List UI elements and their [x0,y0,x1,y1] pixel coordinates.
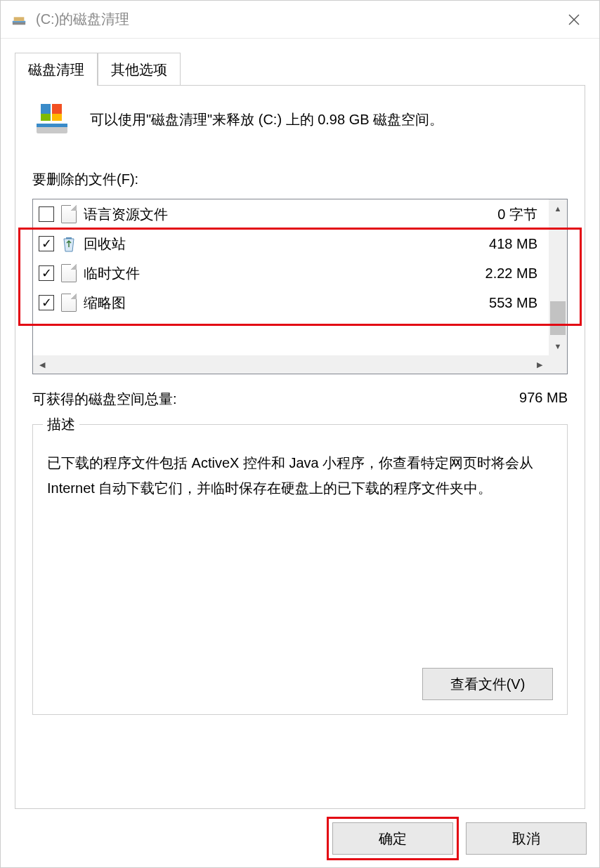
checkbox[interactable] [39,265,54,281]
scroll-track[interactable] [51,355,530,374]
svg-rect-2 [14,17,25,20]
tab-cleanup[interactable]: 磁盘清理 [15,53,98,85]
checkbox[interactable] [39,206,54,222]
checkbox[interactable] [39,236,54,251]
description-text: 已下载的程序文件包括 ActiveX 控件和 Java 小程序，你查看特定网页时… [47,450,553,501]
view-files-button[interactable]: 查看文件(V) [422,668,553,700]
file-row[interactable]: 缩略图 553 MB [33,288,549,317]
recycle-bin-icon [61,235,77,253]
file-list-inner: 语言资源文件 0 字节 [33,199,549,355]
file-size: 418 MB [489,236,537,252]
horizontal-scrollbar[interactable]: ◀ ▶ [33,355,549,374]
file-size: 2.22 MB [485,265,537,282]
file-name: 回收站 [84,235,489,254]
scroll-thumb[interactable] [550,301,566,335]
scroll-right-arrow-icon[interactable]: ▶ [530,355,549,374]
intro-row: 可以使用"磁盘清理"来释放 (C:) 上的 0.98 GB 磁盘空间。 [32,100,568,139]
file-size: 0 字节 [497,205,537,224]
scroll-up-arrow-icon[interactable]: ▲ [549,199,567,218]
dialog-window: (C:)的磁盘清理 磁盘清理 其他选项 [0,0,600,868]
intro-text: 可以使用"磁盘清理"来释放 (C:) 上的 0.98 GB 磁盘空间。 [90,109,443,130]
file-size: 553 MB [489,295,537,311]
file-row[interactable]: 临时文件 2.22 MB [33,258,549,288]
svg-rect-6 [37,124,67,127]
description-group: 描述 已下载的程序文件包括 ActiveX 控件和 Java 小程序，你查看特定… [32,424,568,715]
titlebar: (C:)的磁盘清理 [1,1,599,39]
svg-rect-1 [13,20,25,22]
file-icon [61,264,77,282]
file-row[interactable]: 回收站 418 MB [33,229,549,258]
vertical-scrollbar[interactable]: ▲ ▼ [549,199,567,355]
files-label: 要删除的文件(F): [32,170,568,189]
file-row[interactable]: 语言资源文件 0 字节 [33,199,549,229]
svg-rect-9 [41,114,51,121]
svg-rect-7 [41,104,51,114]
total-row: 可获得的磁盘空间总量: 976 MB [32,390,568,409]
svg-rect-10 [52,114,62,121]
file-name: 语言资源文件 [84,205,497,224]
dialog-content: 磁盘清理 其他选项 可以使用"磁盘清理"来释放 (C:) 上的 0.98 GB … [1,39,599,867]
cancel-button[interactable]: 取消 [466,822,587,855]
file-name: 缩略图 [84,294,489,313]
ok-button[interactable]: 确定 [332,822,453,855]
tab-panel-cleanup: 可以使用"磁盘清理"来释放 (C:) 上的 0.98 GB 磁盘空间。 要删除的… [15,86,585,809]
scroll-corner [549,355,567,374]
file-name: 临时文件 [84,264,485,283]
description-label: 描述 [43,415,79,434]
dialog-button-row: 确定 取消 [332,822,587,855]
scroll-track[interactable] [549,218,567,337]
close-icon [568,14,580,25]
svg-rect-8 [52,104,62,114]
scroll-left-arrow-icon[interactable]: ◀ [33,355,51,374]
file-icon [61,294,77,312]
disk-cleanup-icon [11,11,27,28]
window-title: (C:)的磁盘清理 [36,10,553,29]
file-icon [61,205,77,223]
checkbox[interactable] [39,295,54,310]
total-label: 可获得的磁盘空间总量: [32,390,177,409]
scroll-down-arrow-icon[interactable]: ▼ [549,337,567,355]
ok-button-wrap: 确定 [332,822,453,855]
tab-other-options[interactable]: 其他选项 [98,53,181,85]
disk-icon [32,100,72,139]
file-list[interactable]: 语言资源文件 0 字节 [32,199,568,374]
file-list-wrap: 语言资源文件 0 字节 [32,199,568,374]
tab-strip: 磁盘清理 其他选项 [15,53,585,86]
total-value: 976 MB [519,390,568,409]
close-button[interactable] [553,1,595,38]
